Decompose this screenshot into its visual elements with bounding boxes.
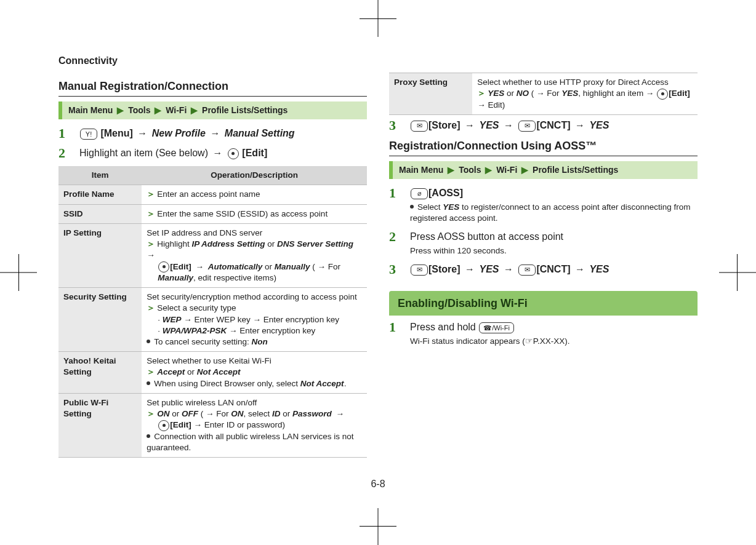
opt: Manually — [158, 273, 193, 282]
bullet-icon — [147, 381, 150, 385]
t: or — [170, 409, 182, 418]
step-number: 1 — [389, 186, 403, 200]
key-label: [Edit] — [242, 148, 267, 158]
desc-cell: Select whether to use HTTP proxy for Dir… — [472, 73, 698, 114]
arrow-icon: → — [575, 120, 585, 130]
item-cell: Security Setting — [58, 288, 142, 352]
table-header-row: Item Operation/Description — [58, 166, 367, 185]
chevron-icon: ＞ — [147, 209, 155, 218]
row-ip: IP Setting Set IP address and DNS server… — [58, 223, 367, 287]
key-label: [Store] — [428, 264, 460, 274]
t: → Enter ID or password) — [191, 420, 285, 429]
t: When using Direct Browser only, select — [154, 379, 300, 388]
step-3: 3 ✉[Store] → YES → ✉[CNCT] → YES — [389, 119, 698, 132]
opt: NO — [517, 89, 529, 98]
aoss-step-2: 2 Press AOSS button at access point Pres… — [389, 230, 698, 257]
opt: Accept — [157, 367, 185, 376]
arrow-icon: → — [137, 128, 147, 138]
t: ( → For — [310, 262, 341, 271]
reference-icon: ☞ — [525, 336, 533, 346]
center-key-icon — [158, 420, 169, 431]
step-2: 2 Highlight an item (See below) → [Edit] — [58, 146, 367, 160]
step-1: 1 Y! [Menu] → New Profile → Manual Setti… — [58, 127, 367, 140]
nav-seg: Wi-Fi — [166, 105, 187, 115]
nav-seg: Tools — [459, 165, 481, 175]
step-text: Press and hold — [410, 322, 478, 332]
nav-seg: Tools — [128, 105, 150, 115]
steps-manual: 1 Y! [Menu] → New Profile → Manual Setti… — [58, 127, 367, 160]
key-label: [Edit] — [170, 420, 191, 429]
sub-note: Select YES to register/connect to an acc… — [410, 202, 698, 224]
two-columns: Manual Registration/Connection Main Menu… — [58, 73, 698, 470]
right-column: Proxy Setting Select whether to use HTTP… — [389, 73, 698, 470]
aoss-step-3: 3 ✉[Store] → YES → ✉[CNCT] → YES — [389, 263, 698, 276]
chevron-icon: ＞ — [147, 189, 155, 199]
opt: Not Accept — [300, 379, 344, 388]
opt: WPA/WPA2-PSK — [163, 326, 227, 335]
camera-key-icon: ⌀ — [411, 188, 428, 199]
desc-line: Set public wireless LAN on/off — [147, 397, 362, 408]
step-number: 1 — [58, 127, 72, 140]
steps-manual-cont: 3 ✉[Store] → YES → ✉[CNCT] → YES — [389, 119, 698, 132]
triangle-icon: ▶ — [155, 105, 161, 115]
mail-key-icon: ✉ — [411, 265, 428, 276]
bullet-icon — [147, 434, 150, 438]
section-band-enabling: Enabling/Disabling Wi-Fi — [389, 291, 698, 316]
opt: Manually — [275, 262, 310, 271]
step-body: Press and hold ☎/Wi-Fi Wi-Fi status indi… — [410, 320, 698, 347]
step-body: ⌀[AOSS] Select YES to register/connect t… — [410, 186, 698, 224]
desc-cell: Set public wireless LAN on/off ＞ON or OF… — [142, 393, 367, 457]
key-label: [CNCT] — [536, 120, 570, 130]
desc-line: Set security/encryption method according… — [147, 292, 362, 303]
crop-mark — [737, 254, 738, 291]
triangle-icon: ▶ — [448, 165, 454, 175]
desc-line: ＞YES or NO ( → For YES, highlight an ite… — [477, 88, 693, 111]
desc-line: Select whether to use Keitai Wi-Fi — [147, 356, 362, 367]
desc-line: ＞Highlight IP Address Setting or DNS Ser… — [147, 239, 362, 261]
left-column: Manual Registration/Connection Main Menu… — [58, 73, 367, 470]
t: Wi-Fi status indicator appears ( — [410, 336, 525, 346]
desc-line: Select whether to use HTTP proxy for Dir… — [477, 77, 693, 88]
t: or — [262, 262, 275, 271]
t: , select — [244, 409, 273, 418]
key-label: [CNCT] — [536, 264, 570, 274]
item-cell: Profile Name — [58, 185, 142, 204]
item-cell: SSID — [58, 204, 142, 223]
t: or — [265, 239, 278, 249]
enable-step-1: 1 Press and hold ☎/Wi-Fi Wi-Fi status in… — [389, 320, 698, 347]
center-key-icon — [657, 89, 668, 100]
step-body: Highlight an item (See below) → [Edit] — [79, 146, 367, 160]
sub-note: Press within 120 seconds. — [410, 245, 698, 257]
step-number: 1 — [389, 320, 403, 334]
mail-key-icon: ✉ — [518, 265, 536, 276]
center-key-icon — [228, 148, 239, 159]
t: → Enter encryption key — [227, 326, 315, 335]
desc-text: Enter an access point name — [157, 189, 260, 199]
t: or — [281, 409, 293, 418]
nav-seg: Main Menu — [68, 105, 113, 115]
desc-cell: Select whether to use Keitai Wi-Fi ＞Acce… — [142, 352, 367, 394]
step-text: Highlight an item (See below) — [79, 148, 208, 158]
bullet-icon — [410, 205, 414, 209]
t: , highlight an item → — [578, 89, 656, 98]
opt: Password — [292, 409, 332, 418]
y-key-icon: Y! — [80, 129, 97, 140]
desc-line: ＞ON or OFF ( → For ON, select ID or Pass… — [147, 408, 362, 420]
settings-table: Item Operation/Description Profile Name … — [58, 166, 367, 458]
t: Highlight — [157, 239, 191, 249]
arrow-icon: → — [334, 409, 344, 418]
proxy-table: Proxy Setting Select whether to use HTTP… — [389, 73, 698, 115]
t: → Enter WEP key → Enter encryption key — [182, 315, 339, 324]
triangle-icon: ▶ — [191, 105, 198, 115]
desc-line: ＞Accept or Not Accept — [147, 367, 362, 378]
opt: YES — [589, 120, 609, 130]
section-title-aoss: Registration/Connection Using AOSS™ — [389, 138, 698, 156]
crop-mark — [360, 18, 396, 19]
mail-key-icon: ✉ — [518, 121, 536, 132]
center-key-icon — [158, 261, 169, 272]
item-cell: Yahoo! Keitai Setting — [58, 352, 142, 394]
opt: ID — [272, 409, 281, 418]
chevron-icon: ＞ — [147, 303, 155, 312]
desc-cell: Set security/encryption method according… — [142, 288, 367, 352]
mail-key-icon: ✉ — [411, 121, 428, 132]
